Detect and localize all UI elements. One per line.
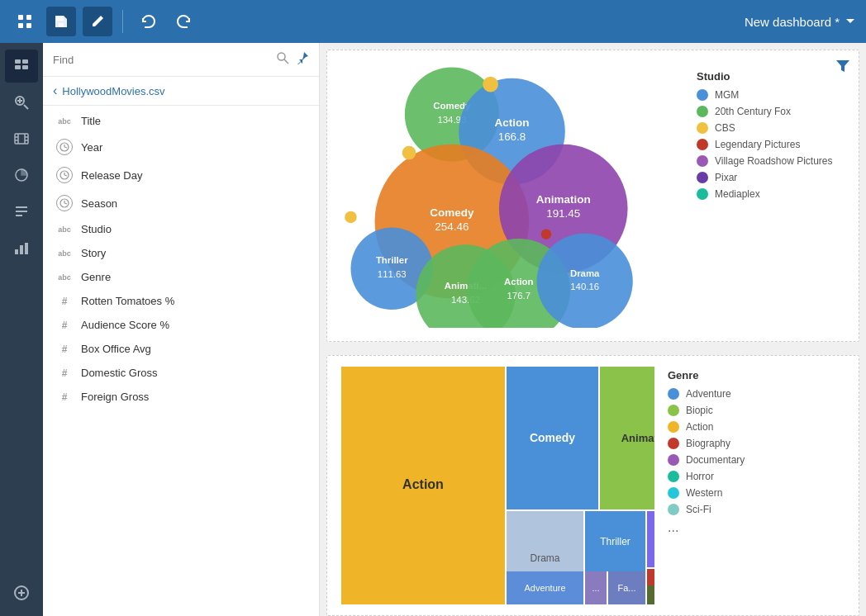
field-item[interactable]: #Box Office Avg bbox=[43, 337, 319, 361]
treemap-legend-item[interactable]: Biopic bbox=[668, 405, 816, 416]
treemap-legend-dot bbox=[668, 471, 679, 482]
bubble-legend-title: Studio bbox=[697, 70, 845, 83]
field-item[interactable]: #Audience Score % bbox=[43, 313, 319, 337]
pin-icon[interactable] bbox=[296, 51, 309, 68]
svg-rect-23 bbox=[20, 245, 23, 254]
field-item[interactable]: #Foreign Gross bbox=[43, 385, 319, 409]
svg-text:Animation: Animation bbox=[536, 193, 591, 206]
field-type-abc-icon: abc bbox=[56, 225, 73, 234]
treemap-legend-item[interactable]: Action bbox=[668, 421, 816, 433]
small-dot bbox=[483, 77, 498, 92]
filter-icon[interactable] bbox=[835, 59, 850, 78]
svg-rect-22 bbox=[15, 249, 18, 254]
treemap-more[interactable]: ... bbox=[668, 520, 816, 535]
legend-label: 20th Century Fox bbox=[715, 106, 791, 117]
text-icon[interactable] bbox=[5, 195, 38, 228]
treemap-legend-dot bbox=[668, 421, 679, 433]
svg-text:111.63: 111.63 bbox=[378, 269, 407, 279]
undo-icon[interactable] bbox=[133, 7, 163, 36]
treemap-legend-item[interactable]: Adventure bbox=[668, 388, 816, 400]
treemap-legend-item[interactable]: Documentary bbox=[668, 454, 816, 466]
legend-dot bbox=[697, 122, 708, 134]
back-icon: ‹ bbox=[53, 83, 57, 98]
field-item[interactable]: abcGenre bbox=[43, 265, 319, 289]
field-label: Box Office Avg bbox=[81, 343, 151, 355]
data-icon[interactable] bbox=[5, 50, 38, 83]
treemap-cell[interactable]: Adventure bbox=[507, 571, 583, 604]
treemap-legend-dot bbox=[668, 388, 679, 400]
bubble-legend-item[interactable]: Legendary Pictures bbox=[697, 139, 845, 150]
field-type-hash-icon: # bbox=[56, 320, 73, 331]
pencil-icon[interactable] bbox=[83, 7, 112, 36]
svg-rect-24 bbox=[25, 243, 28, 254]
film-icon[interactable] bbox=[5, 122, 38, 155]
treemap-cell[interactable]: Ho... bbox=[647, 511, 654, 567]
redo-icon[interactable] bbox=[169, 7, 199, 36]
field-item[interactable]: #Domestic Gross bbox=[43, 361, 319, 385]
field-item[interactable]: #Rotten Tomatoes % bbox=[43, 289, 319, 313]
svg-text:176.7: 176.7 bbox=[507, 290, 531, 300]
bubble-legend-item[interactable]: MGM bbox=[697, 89, 845, 101]
treemap-cell[interactable]: Thriller bbox=[585, 511, 645, 571]
bubble-chart-svg: Comedy134.93Action166.8Comedy254.46Anima… bbox=[340, 64, 683, 328]
field-type-clock-icon bbox=[56, 195, 73, 211]
treemap-legend-items: Adventure Biopic Action Biography Docume… bbox=[668, 388, 816, 515]
field-label: Release Day bbox=[81, 169, 142, 182]
treemap-legend-item[interactable]: Biography bbox=[668, 438, 816, 449]
treemap-legend-item[interactable]: Sci-Fi bbox=[668, 504, 816, 515]
icon-bar bbox=[0, 43, 43, 616]
field-label: Audience Score % bbox=[81, 319, 169, 331]
treemap-legend-label: Biography bbox=[686, 438, 730, 449]
treemap-legend-label: Adventure bbox=[686, 388, 731, 400]
legend-label: CBS bbox=[715, 122, 735, 134]
field-label: Rotten Tomatoes % bbox=[81, 295, 174, 307]
treemap-cell[interactable]: ... bbox=[585, 571, 607, 604]
field-item[interactable]: Year bbox=[43, 133, 319, 161]
svg-text:Action: Action bbox=[504, 277, 534, 287]
field-item[interactable]: abcStudio bbox=[43, 217, 319, 241]
treemap-legend-item[interactable]: Western bbox=[668, 487, 816, 499]
bubble-group[interactable]: Drama140.16 bbox=[537, 234, 633, 328]
svg-rect-0 bbox=[18, 15, 23, 20]
dashboard-title[interactable]: New dashboard * bbox=[745, 15, 856, 29]
bubble-legend-item[interactable]: 20th Century Fox bbox=[697, 106, 845, 117]
grid-icon[interactable] bbox=[10, 7, 40, 36]
treemap-legend-item[interactable]: Horror bbox=[668, 471, 816, 482]
bubble-legend-item[interactable]: Pixar bbox=[697, 172, 845, 183]
treemap-cell[interactable]: Fa... bbox=[608, 571, 645, 604]
bubble-legend-item[interactable]: CBS bbox=[697, 122, 845, 134]
sidebar: ‹ HollywoodMovies.csv abcTitle Year Rele… bbox=[43, 43, 320, 616]
svg-rect-73 bbox=[647, 585, 654, 604]
field-label: Title bbox=[81, 115, 101, 127]
svg-rect-6 bbox=[15, 59, 21, 64]
treemap-cell[interactable]: Animation bbox=[600, 367, 654, 509]
svg-rect-8 bbox=[15, 65, 21, 69]
field-item[interactable]: Season bbox=[43, 189, 319, 217]
save-icon[interactable] bbox=[46, 7, 76, 36]
field-item[interactable]: abcStory bbox=[43, 241, 319, 265]
field-item[interactable]: abcTitle bbox=[43, 109, 319, 133]
treemap-cell[interactable] bbox=[647, 585, 654, 604]
bubble-legend-item[interactable]: Village Roadshow Pictures bbox=[697, 155, 845, 167]
treemap-cell[interactable]: Comedy bbox=[507, 367, 598, 509]
legend-label: MGM bbox=[715, 89, 739, 101]
toolbar-separator bbox=[122, 10, 123, 33]
treemap-cell-label: Fa... bbox=[617, 583, 635, 593]
bar-chart-icon[interactable] bbox=[5, 231, 38, 264]
field-label: Foreign Gross bbox=[81, 391, 149, 403]
field-label: Domestic Gross bbox=[81, 367, 157, 379]
search-zoom-icon[interactable] bbox=[5, 86, 38, 119]
treemap-legend-label: Biopic bbox=[686, 405, 713, 416]
sidebar-file[interactable]: ‹ HollywoodMovies.csv bbox=[43, 77, 319, 106]
sidebar-search-bar bbox=[43, 43, 319, 77]
svg-rect-5 bbox=[59, 23, 64, 27]
field-type-clock-icon bbox=[56, 167, 73, 183]
search-input[interactable] bbox=[53, 54, 269, 66]
add-icon[interactable] bbox=[5, 576, 38, 609]
chart-pie-icon[interactable] bbox=[5, 159, 38, 192]
legend-label: Pixar bbox=[715, 172, 737, 183]
treemap-cell[interactable]: Action bbox=[341, 367, 505, 604]
field-item[interactable]: Release Day bbox=[43, 161, 319, 189]
bubble-legend-item[interactable]: Mediaplex bbox=[697, 188, 845, 200]
search-icon[interactable] bbox=[276, 51, 289, 68]
